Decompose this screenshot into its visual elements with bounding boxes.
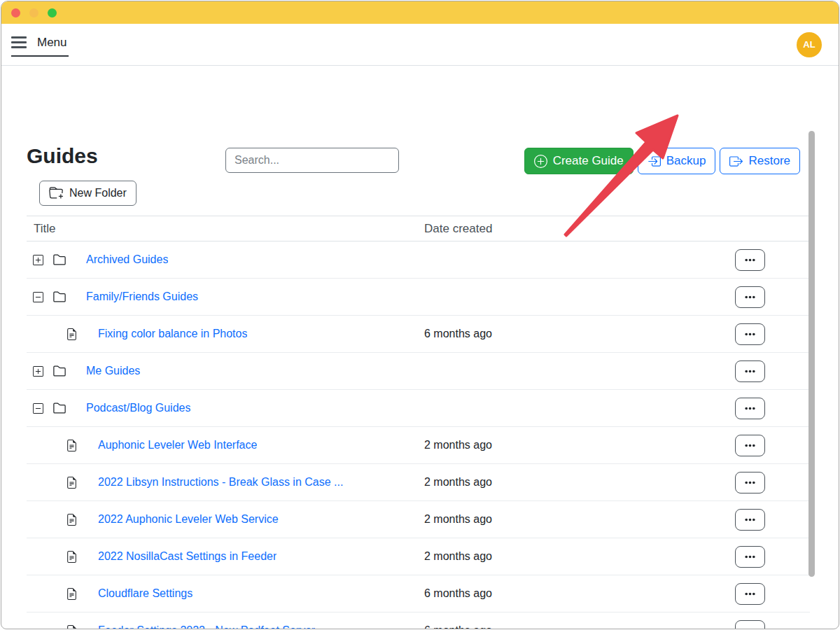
row-menu-button[interactable] (735, 286, 765, 308)
document-icon (66, 514, 78, 526)
document-icon (66, 477, 78, 489)
row-title-link[interactable]: 2022 Auphonic Leveler Web Service (98, 513, 279, 526)
row-title-link[interactable]: Feeder Settings 2022 - New Podfeet Serve… (98, 624, 315, 629)
ellipsis-icon (744, 588, 756, 600)
folder-icon (52, 401, 66, 415)
main-content: Guides Create Guide Backup Restore New F… (1, 66, 839, 629)
page-title: Guides (27, 144, 98, 168)
expand-toggle-icon[interactable] (33, 403, 43, 414)
row-title-link[interactable]: Podcast/Blog Guides (86, 402, 190, 414)
table-row: Auphonic Leveler Web Interface 2 months … (27, 427, 810, 464)
table-row: 2022 Auphonic Leveler Web Service 2 mont… (27, 501, 810, 538)
column-header-title: Title (27, 222, 424, 236)
row-title-link[interactable]: Auphonic Leveler Web Interface (98, 439, 257, 451)
folder-icon (52, 364, 66, 378)
ellipsis-icon (744, 328, 756, 340)
folder-icon (52, 253, 66, 267)
zoom-window-button[interactable] (48, 8, 57, 18)
row-title-link[interactable]: Cloudflare Settings (98, 587, 192, 600)
macos-titlebar (1, 1, 839, 24)
close-window-button[interactable] (11, 8, 20, 18)
row-menu-button[interactable] (735, 323, 765, 345)
table-row: Fixing color balance in Photos 6 months … (27, 316, 810, 353)
table-header-row: Title Date created (27, 216, 810, 241)
expand-toggle-icon[interactable] (33, 255, 43, 265)
guides-table-body: Archived Guides Family/Friends Guides (27, 241, 810, 629)
table-row: 2022 Libsyn Instructions - Break Glass i… (27, 464, 810, 501)
row-title-link[interactable]: 2022 NosillaCast Settings in Feeder (98, 550, 276, 563)
row-menu-button[interactable] (735, 546, 765, 568)
row-date: 2 months ago (424, 476, 735, 489)
row-date: 2 months ago (424, 550, 735, 563)
menu-label: Menu (37, 36, 67, 50)
table-row: Podcast/Blog Guides (27, 390, 810, 427)
avatar[interactable]: AL (797, 32, 822, 57)
menu-button[interactable]: Menu (11, 33, 69, 57)
app-window: Menu AL Guides Create Guide Backup Resto… (1, 1, 839, 629)
row-date: 2 months ago (424, 439, 735, 451)
row-title-link[interactable]: Family/Friends Guides (86, 290, 198, 303)
minimize-window-button[interactable] (29, 8, 38, 18)
guides-table: Title Date created Archived Guides (27, 216, 810, 629)
ellipsis-icon (744, 254, 756, 266)
row-menu-button[interactable] (735, 583, 765, 605)
row-menu-button[interactable] (735, 435, 765, 456)
ellipsis-icon (744, 402, 756, 414)
row-date: 2 months ago (424, 513, 735, 526)
folder-icon (52, 290, 66, 304)
table-row: Me Guides (27, 353, 810, 390)
row-title-link[interactable]: Fixing color balance in Photos (98, 328, 247, 340)
document-icon (66, 328, 78, 340)
row-title-link[interactable]: Archived Guides (86, 253, 168, 266)
expand-toggle-icon[interactable] (33, 292, 43, 302)
ellipsis-icon (744, 514, 756, 526)
expand-toggle-icon[interactable] (33, 366, 43, 377)
ellipsis-icon (744, 625, 756, 630)
ellipsis-icon (744, 291, 756, 303)
plus-circle-icon (534, 155, 547, 168)
toolbar-button-group: Create Guide Backup Restore (524, 148, 800, 174)
row-menu-button[interactable] (735, 360, 765, 382)
column-header-date: Date created (424, 222, 735, 236)
hamburger-icon (11, 36, 27, 48)
document-icon (66, 551, 78, 563)
folder-plus-icon (49, 186, 63, 200)
scrollbar-thumb[interactable] (808, 131, 815, 577)
restore-button[interactable]: Restore (720, 148, 800, 174)
row-menu-button[interactable] (735, 249, 765, 271)
ellipsis-icon (744, 440, 756, 451)
row-menu-button[interactable] (735, 472, 765, 493)
document-icon (66, 588, 78, 600)
table-row: 2022 NosillaCast Settings in Feeder 2 mo… (27, 538, 810, 575)
row-title-link[interactable]: 2022 Libsyn Instructions - Break Glass i… (98, 476, 343, 489)
create-guide-button[interactable]: Create Guide (524, 148, 634, 174)
row-menu-button[interactable] (735, 509, 765, 531)
table-row: Archived Guides (27, 241, 810, 279)
table-row: Feeder Settings 2022 - New Podfeet Serve… (27, 612, 810, 629)
row-title-link[interactable]: Me Guides (86, 365, 140, 377)
table-row: Family/Friends Guides (27, 279, 810, 316)
ellipsis-icon (744, 365, 756, 377)
ellipsis-icon (744, 477, 756, 489)
document-icon (66, 440, 78, 451)
row-menu-button[interactable] (735, 620, 765, 630)
box-arrow-right-icon (729, 155, 743, 168)
row-menu-button[interactable] (735, 398, 765, 419)
box-arrow-in-right-icon (648, 155, 661, 168)
document-icon (66, 625, 78, 630)
ellipsis-icon (744, 551, 756, 563)
row-date: 6 months ago (424, 587, 735, 600)
new-folder-button[interactable]: New Folder (39, 181, 136, 206)
row-date: 6 months ago (424, 624, 735, 629)
table-row: Cloudflare Settings 6 months ago (27, 575, 810, 612)
row-date: 6 months ago (424, 328, 735, 340)
app-header: Menu AL (1, 24, 839, 66)
backup-button[interactable]: Backup (638, 148, 716, 174)
search-input[interactable] (225, 148, 399, 173)
